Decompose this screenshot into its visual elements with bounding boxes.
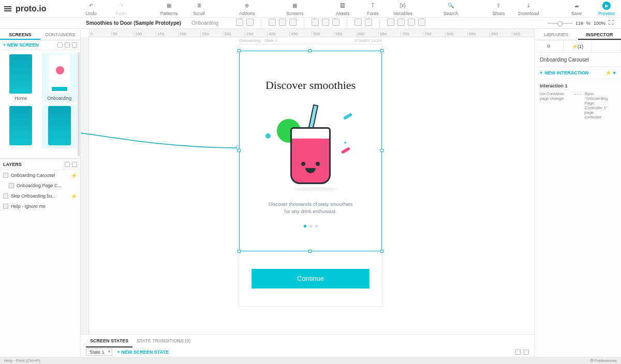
arrange-icon[interactable]	[408, 19, 415, 26]
addons-button[interactable]: ⊕Addons	[236, 2, 257, 16]
bolt-icon: ⚡	[71, 193, 77, 199]
arrange-icon[interactable]	[397, 19, 405, 26]
state-bar: State 1 + NEW SCREEN STATE	[81, 347, 534, 357]
assets-button[interactable]: 🖼Assets	[332, 2, 353, 16]
preview-button[interactable]: ▶Preview	[596, 2, 617, 16]
device-label: Onboarding · State 1	[239, 38, 277, 43]
preferences-link[interactable]: ⚙ Preferences	[590, 358, 617, 363]
tool-icon[interactable]	[246, 19, 254, 26]
bottom-tabs: SCREEN STATES STATE TRANSITIONS (0)	[81, 334, 534, 347]
container-icon	[3, 173, 8, 178]
menu-icon[interactable]	[4, 5, 11, 12]
subtab-interactions[interactable]: ⚡(1)	[564, 40, 593, 52]
list-view-icon[interactable]	[515, 350, 521, 355]
chevron-down-icon[interactable]: ▾	[613, 70, 616, 75]
tab-containers[interactable]: CONTAINERS	[40, 29, 81, 40]
tab-inspector[interactable]: INSPECTOR	[578, 29, 622, 40]
device-meta: 375x667 113%	[354, 38, 382, 43]
tab-screens[interactable]: SCREENS	[0, 29, 40, 40]
new-interaction-button[interactable]: +NEW INTERACTION ⚡▾	[535, 67, 621, 79]
screen-thumb[interactable]	[42, 105, 78, 148]
layer-row[interactable]: Onboarding Page C...	[0, 180, 80, 191]
resize-handle[interactable]	[380, 149, 383, 152]
list-view-icon[interactable]	[65, 42, 70, 48]
logo: proto.io	[4, 4, 81, 13]
scroll-button[interactable]: ≣Scroll	[189, 2, 210, 16]
fit-icon[interactable]: ⛶	[609, 20, 616, 27]
resize-handle[interactable]	[380, 250, 383, 253]
breadcrumb-screen[interactable]: Onboarding	[186, 20, 224, 26]
subtab-more[interactable]	[592, 40, 621, 52]
tool-icon[interactable]	[236, 19, 243, 26]
grid-view-icon[interactable]	[72, 42, 77, 48]
search-icon[interactable]	[65, 162, 70, 167]
bolt-icon: ⚡	[605, 70, 611, 75]
search-button[interactable]: 🔍Search	[440, 2, 461, 16]
distribute-icon[interactable]	[312, 19, 319, 26]
align-icon[interactable]	[289, 19, 297, 26]
resize-handle[interactable]	[238, 149, 241, 152]
breadcrumb-bar: Smoothies to Door (Sample Prototype) Onb…	[0, 18, 621, 29]
screen-thumb-onboarding[interactable]: Onboarding	[42, 53, 78, 102]
interaction-body[interactable]: On Container page change Sync "Onboardin…	[535, 90, 621, 125]
bolt-icon: ⚡	[71, 173, 77, 178]
arrange-icon[interactable]	[418, 19, 425, 26]
zoom-value-b: 100%	[594, 21, 605, 26]
resize-handle[interactable]	[380, 49, 383, 52]
breadcrumb-project[interactable]: Smoothies to Door (Sample Prototype)	[81, 20, 186, 26]
distribute-icon[interactable]	[332, 19, 339, 26]
container-icon	[9, 183, 14, 188]
redo-button[interactable]: ↷Redo	[111, 2, 131, 16]
align-icon[interactable]	[269, 19, 276, 26]
new-screen-button[interactable]: + NEW SCREEN	[3, 42, 39, 48]
layer-row[interactable]: Skip Onboarding bu... ⚡	[0, 191, 80, 201]
resize-handle[interactable]	[238, 49, 241, 52]
arrange-icon[interactable]	[387, 19, 394, 26]
logo-text: proto.io	[16, 4, 47, 13]
save-button[interactable]: ☁Save	[566, 2, 587, 16]
ruler-vertical	[81, 37, 89, 357]
fonts-button[interactable]: TFonts	[362, 2, 383, 16]
state-select[interactable]: State 1	[86, 348, 112, 356]
layers-title: LAYERS	[3, 162, 22, 167]
grid-view-icon[interactable]	[524, 350, 529, 355]
patterns-button[interactable]: ▦Patterns	[159, 2, 180, 16]
screen-thumb[interactable]	[3, 105, 39, 148]
search-icon[interactable]	[57, 42, 63, 48]
subtab-layout[interactable]: ⧉	[535, 40, 564, 52]
screens-button[interactable]: ▦Screens	[285, 2, 305, 16]
screen-thumb-home[interactable]: Home	[3, 53, 39, 102]
selected-element-name: Onboarding Carousel	[535, 53, 621, 67]
ruler-horizontal: 0501001502002503003504004505005506006507…	[89, 29, 534, 37]
zoom-value-a: 116	[575, 21, 583, 26]
resize-handle[interactable]	[238, 250, 241, 253]
resize-handle[interactable]	[308, 250, 312, 253]
new-state-button[interactable]: + NEW SCREEN STATE	[117, 350, 169, 355]
continue-button[interactable]: Continue	[252, 269, 369, 289]
resize-handle[interactable]	[308, 49, 312, 52]
inspector-panel: LIBRARIES INSPECTOR ⧉ ⚡(1) Onboarding Ca…	[534, 29, 621, 357]
sort-icon[interactable]	[72, 162, 77, 167]
canvas-tool-icons	[236, 19, 425, 28]
interaction-connector	[81, 125, 240, 151]
canvas[interactable]: 0501001502002503003504004505005506006507…	[81, 29, 534, 357]
tab-screen-states[interactable]: SCREEN STATES	[86, 335, 132, 347]
distribute-icon[interactable]	[322, 19, 329, 26]
top-toolbar: proto.io ↶Undo ↷Redo ▦Patterns ≣Scroll ⊕…	[0, 0, 621, 18]
spacing-icon[interactable]	[354, 19, 362, 26]
selection-box[interactable]	[239, 51, 382, 251]
undo-button[interactable]: ↶Undo	[81, 2, 101, 16]
interaction-title[interactable]: Interaction 1	[535, 79, 621, 90]
footer-left[interactable]: Help · Print (Ctrl+P)	[4, 358, 40, 363]
download-button[interactable]: ⤓Download	[518, 2, 539, 16]
layer-row[interactable]: Help - Ignore me	[0, 201, 80, 211]
tab-state-transitions[interactable]: STATE TRANSITIONS (0)	[132, 335, 195, 347]
variables-button[interactable]: {x}Variables	[392, 2, 413, 16]
align-icon[interactable]	[279, 19, 286, 26]
status-bar: Help · Print (Ctrl+P) ⚙ Preferences	[0, 357, 621, 364]
spacing-icon[interactable]	[365, 19, 372, 26]
layer-row[interactable]: Onboarding Carousel ⚡	[0, 170, 80, 180]
share-button[interactable]: ⇪Share	[488, 2, 509, 16]
zoom-slider[interactable]	[548, 23, 572, 24]
tab-libraries[interactable]: LIBRARIES	[535, 29, 578, 40]
